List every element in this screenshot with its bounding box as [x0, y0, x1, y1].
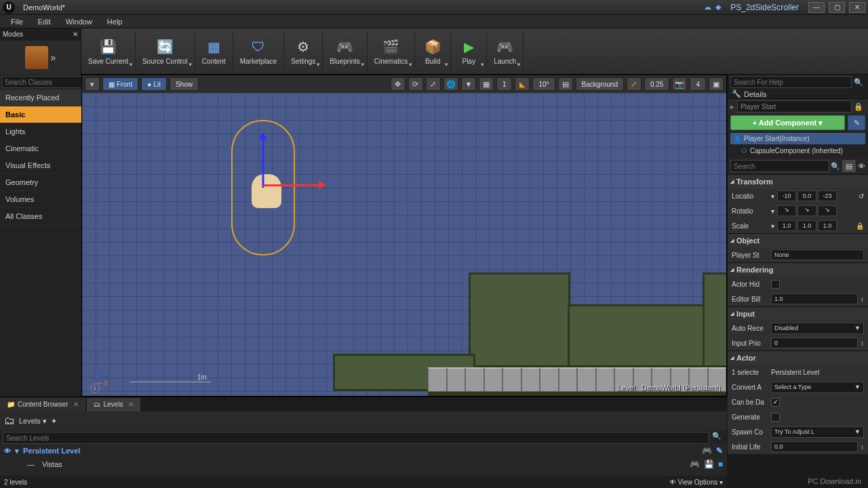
angle-snap-icon[interactable]: ◣: [515, 77, 530, 91]
loc-y[interactable]: [797, 190, 816, 201]
search-icon[interactable]: 🔍: [709, 432, 724, 443]
lock-scale-icon[interactable]: 🔒: [856, 222, 864, 230]
component-capsule[interactable]: ⬭CapsuleComponent (Inherited): [730, 144, 865, 157]
content-button[interactable]: ▦Content: [195, 31, 233, 72]
search-icon[interactable]: 🔍: [852, 78, 865, 87]
build-button[interactable]: 📦Build▼: [415, 31, 451, 72]
actor-hidden-checkbox[interactable]: [771, 280, 780, 289]
tab-levels[interactable]: 🗂Levels✕: [87, 398, 140, 411]
scl-x[interactable]: [777, 220, 796, 231]
billboard-scale-input[interactable]: [771, 293, 858, 304]
gamepad-icon[interactable]: 🎮: [702, 446, 712, 455]
cat-lights[interactable]: Lights: [0, 123, 81, 140]
auto-receive-combo[interactable]: Disabled▼: [771, 323, 864, 334]
cat-transform[interactable]: Transform: [728, 175, 868, 188]
lock-icon[interactable]: 🔒: [852, 102, 865, 111]
loc-z[interactable]: [818, 190, 837, 201]
kismet-icon[interactable]: ✎: [716, 446, 723, 455]
place-mode-icon[interactable]: [25, 46, 48, 69]
levels-menu[interactable]: Levels ▾: [19, 417, 47, 426]
player-start-actor[interactable]: [231, 120, 295, 256]
loc-x[interactable]: [777, 190, 796, 201]
level-persistent[interactable]: ▾Persistent Level 🎮✎: [0, 444, 727, 458]
spawn-collision-combo[interactable]: Try To Adjust L▼: [771, 426, 864, 438]
can-be-damaged-checkbox[interactable]: [771, 398, 780, 407]
cat-volumes[interactable]: Volumes: [0, 191, 81, 208]
view-lit-button[interactable]: ● Lit: [141, 77, 167, 91]
view-show-button[interactable]: Show: [170, 77, 199, 91]
player-start-tag-input[interactable]: [771, 249, 864, 260]
cat-geometry[interactable]: Geometry: [0, 174, 81, 191]
visibility-icon[interactable]: [4, 447, 11, 455]
details-search-input[interactable]: [730, 160, 829, 172]
minimize-button[interactable]: —: [808, 2, 825, 13]
cinematics-button[interactable]: 🎬Cinematics▼: [368, 31, 415, 72]
cat-all-classes[interactable]: All Classes: [0, 208, 81, 225]
scl-y[interactable]: [797, 220, 816, 231]
play-button[interactable]: ▶Play▼: [451, 31, 487, 72]
viewport-options-button[interactable]: ▾: [85, 77, 100, 91]
property-matrix-icon[interactable]: ▤: [842, 159, 856, 173]
maximize-button[interactable]: ▢: [829, 2, 845, 13]
save-button[interactable]: 💾Save Current▼: [81, 31, 136, 72]
viewport[interactable]: z— x 1m i Level: DemoWorld (Persistent): [82, 93, 726, 396]
visibility-icon[interactable]: 👁: [858, 162, 865, 170]
search-help-input[interactable]: [730, 76, 852, 88]
gizmo-z-axis[interactable]: [262, 134, 264, 188]
menu-window[interactable]: Window: [59, 16, 99, 27]
search-icon[interactable]: 🔍: [831, 162, 840, 171]
rot-z[interactable]: ↘: [818, 205, 837, 216]
level-vistas[interactable]: ―Vistas 🎮💾■: [0, 458, 727, 471]
cat-input[interactable]: Input: [728, 307, 868, 321]
input-priority-input[interactable]: [771, 338, 858, 348]
generate-overlap-checkbox[interactable]: [771, 413, 780, 422]
maximize-viewport-icon[interactable]: ▣: [709, 77, 724, 91]
transform-rotate-icon[interactable]: ⟳: [408, 77, 423, 91]
launch-button[interactable]: 🎮Launch▼: [487, 31, 524, 72]
grid-snap-icon[interactable]: ▦: [479, 77, 494, 91]
convert-actor-combo[interactable]: Select a Type▼: [771, 382, 864, 393]
grid-size[interactable]: 1: [496, 77, 513, 91]
summon-icon[interactable]: ✦: [51, 417, 57, 426]
coord-space-icon[interactable]: 🌐: [443, 77, 458, 91]
modes-expand-icon[interactable]: »: [51, 52, 56, 63]
search-levels-input[interactable]: [3, 432, 709, 444]
initial-life-input[interactable]: [771, 441, 858, 452]
actor-name-field[interactable]: [737, 100, 852, 113]
menu-help[interactable]: Help: [100, 16, 130, 27]
angle-value[interactable]: 10°: [532, 77, 555, 91]
cat-object[interactable]: Object: [728, 234, 868, 247]
scale-snap-icon[interactable]: ⤢: [627, 77, 642, 91]
rot-x[interactable]: ↘: [777, 205, 796, 216]
add-component-button[interactable]: + Add Component ▾: [730, 115, 845, 130]
transform-scale-icon[interactable]: ⤢: [426, 77, 441, 91]
info-icon[interactable]: i: [90, 384, 100, 393]
search-classes-input[interactable]: [1, 76, 94, 88]
blueprints-button[interactable]: 🎮Blueprints▼: [323, 31, 367, 72]
view-options-button[interactable]: 👁 View Options ▾: [669, 479, 723, 486]
cat-recently-placed[interactable]: Recently Placed: [0, 89, 81, 106]
edit-blueprint-button[interactable]: ✎: [848, 115, 865, 130]
source-control-button[interactable]: 🔄Source Control▼: [136, 31, 195, 72]
marketplace-button[interactable]: 🛡Marketplace: [233, 31, 284, 72]
component-root[interactable]: 👤Player Start(Instance): [730, 133, 865, 144]
cloud-icon[interactable]: ☁: [704, 3, 711, 12]
camera-speed-icon[interactable]: 📷: [672, 77, 687, 91]
transform-move-icon[interactable]: ✥: [391, 77, 406, 91]
gizmo-x-axis[interactable]: [263, 184, 324, 186]
cat-rendering[interactable]: Rendering: [728, 263, 868, 277]
close-button[interactable]: ✕: [849, 2, 865, 13]
settings-button[interactable]: ⚙Settings▼: [284, 31, 323, 72]
layer-icon[interactable]: ▤: [558, 77, 573, 91]
camera-speed-value[interactable]: 4: [690, 77, 706, 91]
menu-file[interactable]: File: [4, 16, 30, 27]
scale-snap-value[interactable]: 0.25: [644, 77, 669, 91]
background-button[interactable]: Background: [576, 77, 624, 91]
cat-actor[interactable]: Actor: [728, 351, 868, 365]
reset-icon[interactable]: ↺: [859, 192, 864, 200]
save-icon[interactable]: 💾: [704, 460, 714, 469]
gamepad-icon[interactable]: 🎮: [690, 460, 700, 469]
surface-snap-icon[interactable]: ▼: [461, 77, 476, 91]
view-front-button[interactable]: ▦ Front: [102, 77, 138, 91]
color-icon[interactable]: ■: [718, 460, 723, 469]
